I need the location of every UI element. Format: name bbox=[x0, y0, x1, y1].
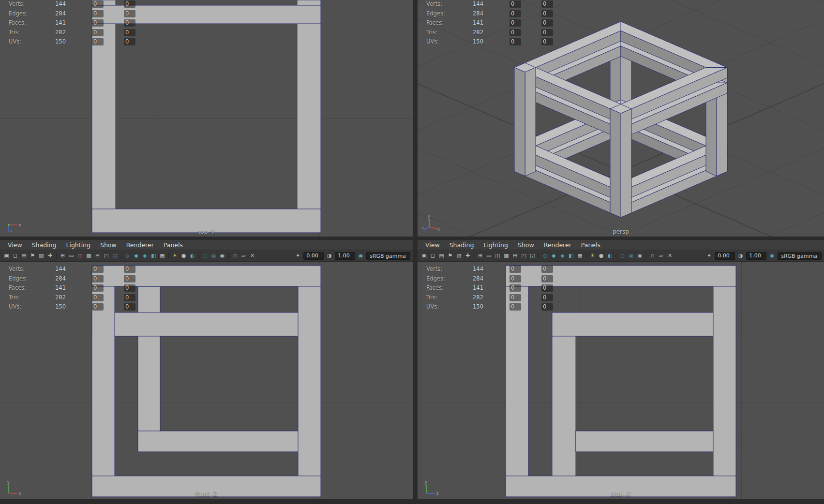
resolution-gate-icon[interactable]: ◫ bbox=[494, 252, 502, 260]
lock-camera-icon[interactable]: ◻ bbox=[11, 252, 19, 260]
hud-row: UVs:15000 bbox=[0, 303, 155, 313]
wireframe-on-shaded-icon[interactable]: ◧ bbox=[567, 252, 575, 260]
isolate-select-icon[interactable]: ▫ bbox=[231, 252, 239, 260]
safe-action-icon[interactable]: ◰ bbox=[520, 252, 528, 260]
gamma-field[interactable] bbox=[335, 252, 355, 260]
menu-view[interactable]: View bbox=[3, 241, 27, 249]
menu-show[interactable]: Show bbox=[95, 241, 121, 249]
multisample-aa-icon[interactable]: ◎ bbox=[210, 252, 218, 260]
joint-xray-icon[interactable]: ✕ bbox=[666, 252, 674, 260]
svg-text:y: y bbox=[425, 480, 427, 485]
motion-blur-icon[interactable]: ◌ bbox=[618, 252, 627, 260]
menu-panels[interactable]: Panels bbox=[159, 241, 188, 249]
resolution-gate-icon[interactable]: ◫ bbox=[76, 252, 84, 260]
use-all-lights-icon[interactable]: ☀ bbox=[171, 252, 179, 260]
image-plane-icon[interactable]: ▧ bbox=[37, 252, 45, 260]
menu-lighting[interactable]: Lighting bbox=[61, 241, 95, 249]
screen-space-ao-icon[interactable]: ◐ bbox=[188, 252, 196, 260]
exposure-icon[interactable]: ✦ bbox=[705, 252, 713, 260]
image-plane-icon[interactable]: ▧ bbox=[455, 252, 463, 260]
joint-xray-icon[interactable]: ✕ bbox=[248, 252, 256, 260]
menu-shading[interactable]: Shading bbox=[445, 241, 479, 249]
menu-lighting[interactable]: Lighting bbox=[479, 241, 513, 249]
grid-toggle-icon[interactable]: ⊞ bbox=[59, 252, 67, 260]
menu-shading[interactable]: Shading bbox=[27, 241, 61, 249]
motion-blur-icon[interactable]: ◌ bbox=[201, 252, 209, 260]
multisample-aa-icon[interactable]: ◎ bbox=[627, 252, 635, 260]
hud-stat-label: Faces: bbox=[426, 284, 444, 291]
use-all-lights-icon[interactable]: ☀ bbox=[588, 252, 597, 260]
exposure-field[interactable] bbox=[715, 252, 735, 260]
shaded-mode-icon[interactable]: ◆ bbox=[132, 252, 140, 260]
safe-title-icon[interactable]: ◱ bbox=[528, 252, 537, 260]
safe-action-icon[interactable]: ◰ bbox=[102, 252, 110, 260]
menu-renderer[interactable]: Renderer bbox=[539, 241, 576, 249]
depth-of-field-icon[interactable]: ◉ bbox=[218, 252, 226, 260]
viewport-top[interactable]: Verts:14400Edges:28400Faces:14100Tris:28… bbox=[0, 0, 413, 237]
lock-camera-icon[interactable]: ◻ bbox=[429, 252, 437, 260]
textured-mode-icon[interactable]: ◈ bbox=[558, 252, 567, 260]
viewport-persp[interactable]: Verts:14400Edges:28400Faces:14100Tris:28… bbox=[418, 0, 824, 237]
grid-toggle-icon[interactable]: ⊞ bbox=[476, 252, 484, 260]
hud-stat-label: Edges: bbox=[9, 10, 28, 17]
viewport-menu-bar: ViewShadingLightingShowRendererPanels bbox=[418, 240, 824, 250]
checker-material-icon[interactable]: ▦ bbox=[576, 252, 584, 260]
checker-material-icon[interactable]: ▦ bbox=[158, 252, 166, 260]
gate-mask-icon[interactable]: ▩ bbox=[502, 252, 510, 260]
wireframe-mode-icon[interactable]: ◇ bbox=[541, 252, 549, 260]
bookmark-icon[interactable]: ⚑ bbox=[446, 252, 454, 260]
svg-text:x: x bbox=[19, 223, 21, 227]
toolbar-icon-strip: ▣◻▤⚑▧✚⊞▭◫▩⊟◰◱◇◆◈◧▦☀●◐◌◎◉▫▱✕ bbox=[420, 252, 674, 260]
hud-col2-value: 0 bbox=[541, 0, 553, 8]
toolbar-right-group: ✦ ◑ ◉ sRGB gamma bbox=[705, 252, 822, 260]
exposure-field[interactable] bbox=[303, 252, 324, 260]
shaded-mode-icon[interactable]: ◆ bbox=[550, 252, 558, 260]
hud-row: Verts:14400 bbox=[418, 266, 572, 275]
isolate-select-icon[interactable]: ▫ bbox=[648, 252, 657, 260]
hud-stat-value: 141 bbox=[459, 284, 483, 291]
viewport-front[interactable]: Verts:14400Edges:28400Faces:14100Tris:28… bbox=[0, 262, 413, 499]
color-space-select[interactable]: sRGB gamma bbox=[778, 252, 822, 260]
select-camera-icon[interactable]: ▣ bbox=[420, 252, 428, 260]
contrast-icon[interactable]: ◑ bbox=[736, 252, 745, 260]
safe-title-icon[interactable]: ◱ bbox=[111, 252, 119, 260]
viewport-side[interactable]: Verts:14400Edges:28400Faces:14100Tris:28… bbox=[418, 262, 824, 499]
menu-view[interactable]: View bbox=[420, 241, 445, 249]
exposure-icon[interactable]: ✦ bbox=[294, 252, 302, 260]
hud-stat-label: Verts: bbox=[9, 0, 25, 7]
two-d-pan-zoom-icon[interactable]: ✚ bbox=[46, 252, 54, 260]
hud-row: Edges:28400 bbox=[418, 275, 572, 285]
gate-mask-icon[interactable]: ▩ bbox=[85, 252, 93, 260]
textured-mode-icon[interactable]: ◈ bbox=[141, 252, 149, 260]
hud-col1-value: 0 bbox=[509, 303, 521, 311]
camera-attributes-icon[interactable]: ▤ bbox=[20, 252, 28, 260]
wireframe-mode-icon[interactable]: ◇ bbox=[123, 252, 132, 260]
hud-row: Faces:14100 bbox=[0, 19, 155, 29]
film-gate-icon[interactable]: ▭ bbox=[485, 252, 493, 260]
select-camera-icon[interactable]: ▣ bbox=[2, 252, 11, 260]
color-space-select[interactable]: sRGB gamma bbox=[366, 252, 410, 260]
menu-show[interactable]: Show bbox=[513, 241, 539, 249]
film-gate-icon[interactable]: ▭ bbox=[67, 252, 75, 260]
field-chart-icon[interactable]: ⊟ bbox=[93, 252, 102, 260]
hud-stat-value: 150 bbox=[459, 303, 483, 310]
xray-mode-icon[interactable]: ▱ bbox=[240, 252, 248, 260]
shadows-icon[interactable]: ● bbox=[180, 252, 188, 260]
gamma-field[interactable] bbox=[746, 252, 766, 260]
field-chart-icon[interactable]: ⊟ bbox=[511, 252, 519, 260]
menu-renderer[interactable]: Renderer bbox=[121, 241, 159, 249]
screen-space-ao-icon[interactable]: ◐ bbox=[606, 252, 614, 260]
contrast-icon[interactable]: ◑ bbox=[325, 252, 333, 260]
menu-panels[interactable]: Panels bbox=[576, 241, 605, 249]
panel-bar-front: ViewShadingLightingShowRendererPanels ▣◻… bbox=[0, 240, 413, 262]
two-d-pan-zoom-icon[interactable]: ✚ bbox=[464, 252, 472, 260]
color-management-icon[interactable]: ◉ bbox=[357, 252, 365, 260]
xray-mode-icon[interactable]: ▱ bbox=[657, 252, 665, 260]
depth-of-field-icon[interactable]: ◉ bbox=[636, 252, 644, 260]
color-management-icon[interactable]: ◉ bbox=[768, 252, 776, 260]
hud-stat-label: UVs: bbox=[9, 303, 21, 310]
wireframe-on-shaded-icon[interactable]: ◧ bbox=[150, 252, 158, 260]
bookmark-icon[interactable]: ⚑ bbox=[29, 252, 37, 260]
shadows-icon[interactable]: ● bbox=[597, 252, 605, 260]
camera-attributes-icon[interactable]: ▤ bbox=[437, 252, 446, 260]
